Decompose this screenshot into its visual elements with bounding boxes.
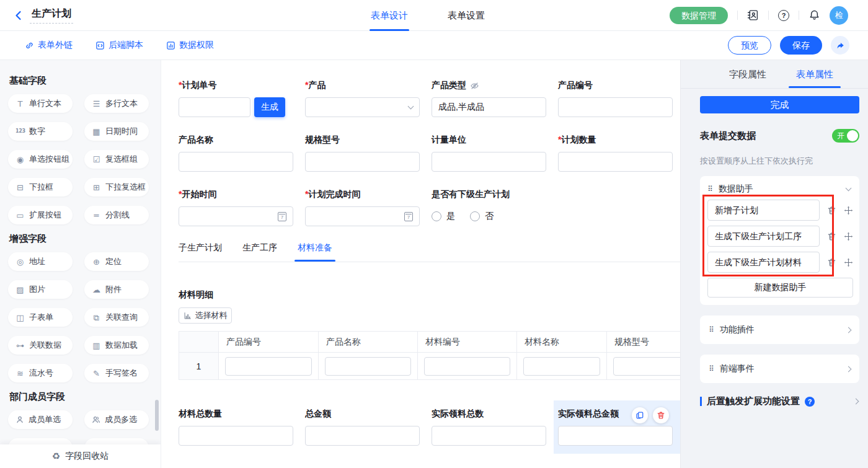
field-total-amount[interactable]: 总金额 [305, 409, 420, 446]
done-button[interactable]: 完成 [700, 96, 859, 113]
drag-handle-icon[interactable]: ⠿ [707, 185, 713, 193]
move-assistant-handle[interactable] [844, 232, 853, 241]
post-trigger-settings-row[interactable]: 后置触发扩展功能设置 ? [700, 395, 859, 407]
subtab-sub-production-plan[interactable]: 子生产计划 [179, 242, 222, 262]
product-name-input[interactable] [179, 152, 293, 172]
delete-assistant-button[interactable] [827, 258, 836, 267]
radio-option-yes[interactable]: 是 [432, 211, 455, 222]
field-pill-image[interactable]: ▨图片 [8, 280, 73, 299]
field-pill-member-multi[interactable]: 成员多选 [84, 410, 149, 429]
field-pill-subform[interactable]: ◫子表单 [8, 308, 73, 327]
select-material-button[interactable]: 选择材料 [179, 307, 232, 324]
field-has-sub-plan[interactable]: 是否有下级生产计划 是 否 [432, 190, 546, 226]
subtab-material-preparation[interactable]: 材料准备 [298, 242, 332, 262]
field-start-time[interactable]: *开始时间 7 [179, 190, 293, 226]
field-unit[interactable]: 计量单位 [432, 135, 546, 172]
field-pill-divider-line[interactable]: ═分割线 [84, 206, 149, 224]
cell-product-name-input[interactable] [325, 357, 411, 376]
tab-form-properties[interactable]: 表单属性 [796, 60, 833, 88]
actual-issue-qty-input[interactable] [432, 426, 546, 446]
delete-assistant-button[interactable] [827, 232, 836, 241]
generate-button[interactable]: 生成 [254, 97, 285, 117]
field-pill-serial-number[interactable]: ≋流水号 [8, 364, 73, 382]
backend-script-button[interactable]: 后端脚本 [95, 40, 143, 51]
field-spec-model[interactable]: 规格型号 [305, 135, 420, 172]
copy-field-button[interactable] [632, 407, 648, 423]
field-plan-number[interactable]: *计划单号 生成 [179, 81, 293, 117]
field-pill-linked-data[interactable]: ⊶关联数据 [8, 336, 73, 355]
data-permission-button[interactable]: 数据权限 [166, 40, 214, 51]
new-data-assistant-button[interactable]: 新建数据助手 [707, 278, 853, 298]
field-pill-checkbox-group[interactable]: ☑复选框组 [84, 150, 149, 169]
product-code-input[interactable] [558, 97, 673, 117]
plan-quantity-input[interactable] [558, 152, 673, 172]
drag-handle-icon[interactable]: ⠿ [709, 325, 714, 334]
delete-assistant-button[interactable] [827, 206, 836, 215]
field-pill-attachment[interactable]: ☁附件 [84, 280, 149, 299]
field-finish-time[interactable]: *计划完成时间 7 [305, 190, 420, 226]
field-product-code[interactable]: 产品编号 [558, 81, 673, 117]
field-product[interactable]: *产品 [305, 81, 420, 117]
frontend-events-card[interactable]: ⠿ 前端事件 [700, 355, 859, 383]
product-select[interactable] [305, 97, 420, 117]
function-plugins-card[interactable]: ⠿ 功能插件 [700, 316, 859, 344]
avatar[interactable]: 检 [830, 6, 848, 25]
form-submit-data-toggle[interactable]: 开 [832, 129, 859, 143]
subtab-production-process[interactable]: 生产工序 [242, 242, 277, 262]
product-type-input[interactable]: 成品,半成品 [432, 97, 546, 117]
unit-input[interactable] [432, 152, 546, 172]
actual-issue-amount-input[interactable] [558, 426, 673, 446]
move-assistant-handle[interactable] [844, 258, 853, 267]
field-pill-dropdown-multi[interactable]: ⊞下拉复选框 [84, 178, 149, 196]
field-pill-multi-line-text[interactable]: ☰多行文本 [84, 94, 149, 113]
cell-material-name-input[interactable] [523, 357, 600, 376]
field-pill-signature[interactable]: ✎手写签名 [84, 364, 149, 382]
spec-model-input[interactable] [305, 152, 420, 172]
field-product-name[interactable]: 产品名称 [179, 135, 293, 172]
preview-button[interactable]: 预览 [728, 36, 771, 55]
field-pill-single-line-text[interactable]: T单行文本 [8, 94, 73, 113]
drag-handle-icon[interactable]: ⠿ [709, 364, 714, 373]
cell-product-code-input[interactable] [225, 357, 312, 376]
field-actual-issue-amount-selected[interactable]: 实际领料总金额 [558, 409, 673, 446]
field-recycle-bin[interactable]: ♻ 字段回收站 [0, 444, 161, 468]
field-pill-number[interactable]: 123数字 [8, 122, 73, 141]
assistant-item-generate-material[interactable]: 生成下级生产计划材料 [707, 252, 820, 273]
tab-field-properties[interactable]: 字段属性 [729, 60, 766, 88]
share-button[interactable] [831, 36, 849, 55]
radio-option-no[interactable]: 否 [470, 211, 494, 222]
form-external-link-button[interactable]: 表单外链 [25, 40, 73, 51]
save-button[interactable]: 保存 [780, 36, 822, 55]
tab-form-settings[interactable]: 表单设置 [448, 0, 485, 31]
plan-number-input[interactable] [179, 97, 250, 117]
cell-material-code-input[interactable] [424, 357, 510, 376]
cell-spec-model-input[interactable] [613, 357, 680, 376]
field-plan-quantity[interactable]: *计划数量 [558, 135, 673, 172]
delete-field-button[interactable] [653, 407, 669, 423]
material-total-qty-input[interactable] [179, 426, 293, 446]
page-title[interactable]: 生产计划 [30, 7, 73, 24]
data-manage-button[interactable]: 数据管理 [670, 7, 728, 24]
field-pill-locate[interactable]: ⊕定位 [84, 252, 149, 271]
field-pill-extend-button[interactable]: ▭扩展按钮 [8, 206, 73, 224]
start-time-input[interactable]: 7 [179, 206, 293, 226]
field-pill-dropdown[interactable]: ⊟下拉框 [8, 178, 73, 196]
sidebar-scrollbar[interactable] [155, 400, 159, 431]
field-product-type[interactable]: 产品类型 成品,半成品 [432, 81, 546, 117]
move-assistant-handle[interactable] [844, 206, 853, 215]
assistant-item-generate-process[interactable]: 生成下级生产计划工序 [707, 226, 820, 247]
assistant-item-new-sub-plan[interactable]: 新增子计划 [707, 200, 820, 221]
finish-time-input[interactable]: 7 [305, 206, 420, 226]
contacts-icon[interactable] [747, 9, 759, 21]
field-pill-datetime[interactable]: ▦日期时间 [84, 122, 149, 141]
field-pill-radio-group[interactable]: ◉单选按钮组 [8, 150, 73, 169]
field-pill-address[interactable]: ◎地址 [8, 252, 73, 271]
help-badge-icon[interactable]: ? [805, 397, 815, 407]
field-pill-data-load[interactable]: ▥数据加载 [84, 336, 149, 355]
notification-bell-icon[interactable] [808, 9, 820, 21]
help-icon[interactable]: ? [778, 10, 789, 21]
tab-form-design[interactable]: 表单设计 [371, 0, 408, 31]
field-pill-member-single[interactable]: 成员单选 [8, 410, 73, 429]
total-amount-input[interactable] [305, 426, 420, 446]
field-pill-linked-query[interactable]: ⧉关联查询 [84, 308, 149, 327]
